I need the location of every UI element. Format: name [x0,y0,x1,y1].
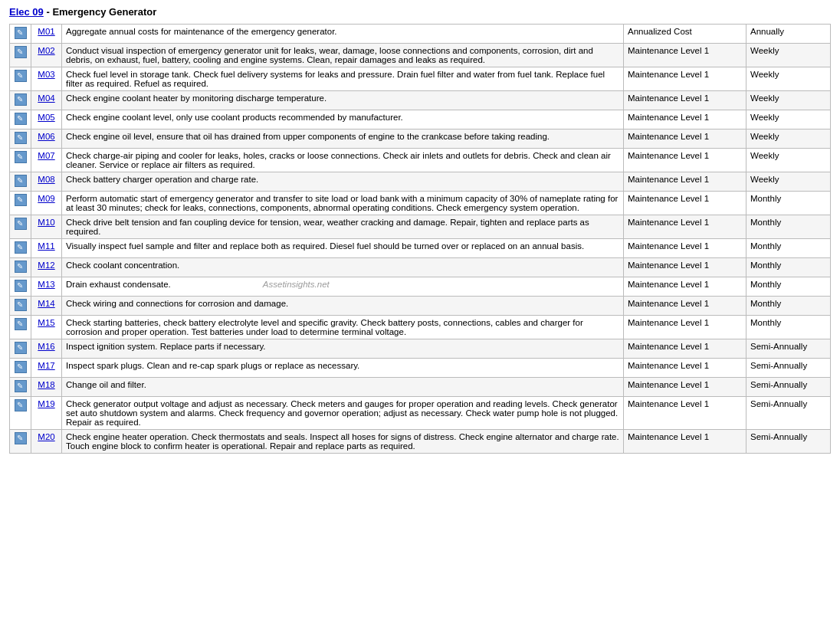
frequency-cell: Weekly [746,129,831,149]
task-id-link[interactable]: M12 [38,261,54,270]
task-id-link[interactable]: M18 [38,380,54,389]
task-id-cell: M01 [31,25,62,44]
task-id-link[interactable]: M07 [38,151,54,160]
edit-cell [10,430,31,454]
task-id-cell: M16 [31,339,62,359]
task-id-link[interactable]: M14 [38,299,54,308]
task-id-link[interactable]: M08 [38,175,54,184]
task-id-link[interactable]: M20 [38,432,54,441]
edit-icon[interactable] [15,70,27,82]
edit-icon[interactable] [15,175,27,187]
description-cell: Inspect spark plugs. Clean and re-cap sp… [62,359,624,378]
description-cell: Check wiring and connections for corrosi… [62,297,624,316]
task-id-link[interactable]: M09 [38,194,54,203]
edit-cell [10,110,31,129]
edit-cell [10,129,31,149]
edit-icon[interactable] [15,241,27,254]
maintenance-table: M01Aggregate annual costs for maintenanc… [9,24,831,454]
edit-cell [10,172,31,192]
level-cell: Maintenance Level 1 [624,44,746,67]
task-id-cell: M19 [31,397,62,430]
frequency-cell: Monthly [746,258,831,277]
description-cell: Conduct visual inspection of emergency g… [62,44,624,67]
level-cell: Maintenance Level 1 [624,110,746,129]
table-row: M08Check battery charger operation and c… [10,172,831,192]
edit-icon[interactable] [15,93,27,106]
level-cell: Maintenance Level 1 [624,172,746,192]
level-cell: Maintenance Level 1 [624,339,746,359]
description-cell: Check coolant concentration. [62,258,624,277]
edit-icon[interactable] [15,151,27,163]
task-id-link[interactable]: M03 [38,70,54,79]
edit-icon[interactable] [15,194,27,206]
frequency-cell: Annually [746,25,831,44]
table-row: M15Check starting batteries, check batte… [10,316,831,339]
edit-icon[interactable] [15,432,27,444]
task-id-link[interactable]: M02 [38,46,54,55]
edit-cell [10,258,31,277]
description-cell: Check battery charger operation and char… [62,172,624,192]
task-id-link[interactable]: M16 [38,342,54,351]
edit-icon[interactable] [15,299,27,311]
table-row: M06Check engine oil level, ensure that o… [10,129,831,149]
task-id-link[interactable]: M13 [38,280,54,289]
frequency-cell: Monthly [746,215,831,239]
edit-cell [10,215,31,239]
description-cell: Check generator output voltage and adjus… [62,397,624,430]
edit-icon[interactable] [15,27,27,39]
task-id-cell: M12 [31,258,62,277]
section-link[interactable]: Elec 09 [9,6,44,18]
description-cell: Change oil and filter. [62,378,624,397]
page-title: Elec 09 - Emergency Generator [9,6,831,18]
description-cell: Aggregate annual costs for maintenance o… [62,25,624,44]
description-cell: Visually inspect fuel sample and filter … [62,239,624,258]
table-row: M09Perform automatic start of emergency … [10,192,831,215]
task-id-link[interactable]: M15 [38,318,54,327]
edit-icon[interactable] [15,261,27,273]
edit-icon[interactable] [15,342,27,354]
edit-cell [10,239,31,258]
edit-icon[interactable] [15,218,27,230]
task-id-cell: M18 [31,378,62,397]
task-id-link[interactable]: M10 [38,218,54,227]
description-cell: Drain exhaust condensate.Assetinsights.n… [62,277,624,297]
edit-icon[interactable] [15,113,27,125]
task-id-link[interactable]: M17 [38,361,54,370]
table-row: M03Check fuel level in storage tank. Che… [10,67,831,91]
edit-icon[interactable] [15,132,27,144]
frequency-cell: Semi-Annually [746,430,831,454]
level-cell: Maintenance Level 1 [624,149,746,172]
edit-icon[interactable] [15,318,27,330]
task-id-link[interactable]: M06 [38,132,54,141]
task-id-link[interactable]: M01 [38,27,54,36]
table-row: M14Check wiring and connections for corr… [10,297,831,316]
edit-icon[interactable] [15,46,27,58]
level-cell: Maintenance Level 1 [624,277,746,297]
frequency-cell: Weekly [746,91,831,110]
task-id-link[interactable]: M19 [38,399,54,408]
task-id-cell: M03 [31,67,62,91]
task-id-cell: M02 [31,44,62,67]
description-cell: Check engine oil level, ensure that oil … [62,129,624,149]
task-id-cell: M09 [31,192,62,215]
level-cell: Maintenance Level 1 [624,430,746,454]
task-id-cell: M17 [31,359,62,378]
frequency-cell: Monthly [746,316,831,339]
table-row: M10Check drive belt tension and fan coup… [10,215,831,239]
edit-icon[interactable] [15,361,27,373]
edit-icon[interactable] [15,280,27,292]
task-id-cell: M06 [31,129,62,149]
table-row: M11Visually inspect fuel sample and filt… [10,239,831,258]
frequency-cell: Monthly [746,297,831,316]
edit-cell [10,378,31,397]
level-cell: Annualized Cost [624,25,746,44]
edit-cell [10,91,31,110]
task-id-cell: M13 [31,277,62,297]
level-cell: Maintenance Level 1 [624,378,746,397]
edit-icon[interactable] [15,399,27,411]
task-id-link[interactable]: M05 [38,113,54,122]
task-id-link[interactable]: M11 [38,241,54,251]
task-id-cell: M14 [31,297,62,316]
task-id-link[interactable]: M04 [38,93,54,103]
edit-icon[interactable] [15,380,27,392]
